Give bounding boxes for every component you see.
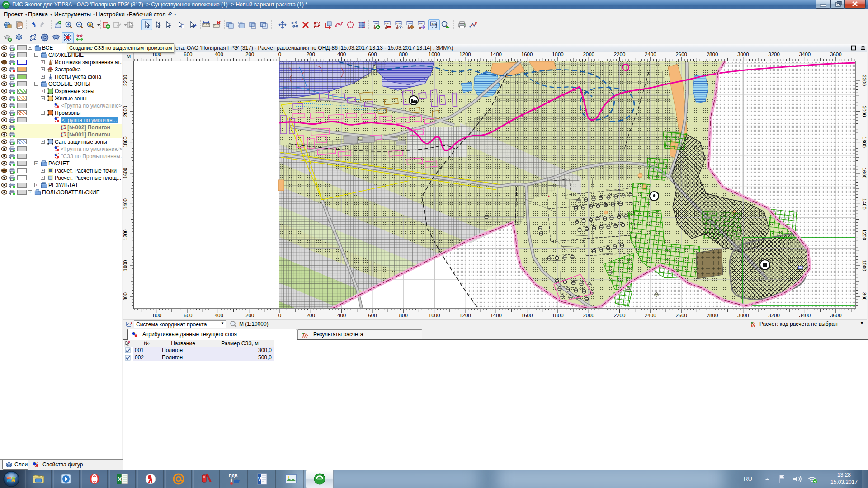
svg-text:1200: 1200 [123, 229, 128, 240]
svg-text:400: 400 [337, 313, 346, 318]
svg-text:3400: 3400 [799, 313, 811, 318]
svg-text:200: 200 [307, 313, 315, 318]
svg-text:800: 800 [862, 292, 867, 300]
svg-text:1000: 1000 [862, 260, 867, 271]
svg-text:-200: -200 [244, 52, 254, 57]
svg-text:3600: 3600 [830, 52, 842, 57]
svg-text:-400: -400 [213, 52, 223, 57]
svg-text:2200: 2200 [862, 75, 867, 86]
svg-text:2000: 2000 [123, 106, 128, 117]
svg-text:2800: 2800 [707, 313, 718, 318]
svg-text:1200: 1200 [459, 52, 471, 57]
svg-text:1200: 1200 [459, 313, 471, 318]
svg-text:3000: 3000 [737, 313, 749, 318]
svg-text:1400: 1400 [123, 198, 128, 209]
svg-text:-800: -800 [151, 313, 161, 318]
svg-text:1200: 1200 [862, 229, 867, 240]
svg-text:3400: 3400 [799, 52, 811, 57]
svg-text:М: М [127, 54, 131, 59]
svg-text:1400: 1400 [490, 52, 502, 57]
svg-text:2800: 2800 [707, 52, 718, 57]
svg-text:ЬХС: ЬХС [408, 22, 413, 25]
svg-text:-400: -400 [213, 313, 223, 318]
svg-text:3200: 3200 [768, 313, 780, 318]
svg-text:600: 600 [368, 52, 377, 57]
svg-text:800: 800 [123, 292, 128, 300]
svg-text:2200: 2200 [614, 313, 626, 318]
svg-text:ЬХС: ЬХС [419, 22, 425, 25]
svg-text:1800: 1800 [862, 136, 867, 147]
svg-text:2400: 2400 [645, 313, 656, 318]
svg-text:ЬХС: ЬХС [396, 22, 402, 25]
svg-text:-200: -200 [244, 313, 254, 318]
svg-text:0: 0 [278, 313, 281, 318]
svg-text:2600: 2600 [675, 313, 687, 318]
svg-text:X: X [118, 476, 122, 483]
svg-text:1400: 1400 [490, 313, 502, 318]
svg-text:800: 800 [399, 52, 408, 57]
svg-text:1800: 1800 [123, 136, 128, 147]
svg-text:ЬХС: ЬХС [385, 22, 391, 25]
svg-text:2000: 2000 [862, 106, 867, 117]
svg-text:2400: 2400 [645, 52, 656, 57]
svg-text:2200: 2200 [614, 52, 626, 57]
svg-text:1800: 1800 [552, 313, 564, 318]
svg-text:ПДВ: ПДВ [229, 474, 238, 478]
svg-text:3600: 3600 [830, 313, 842, 318]
svg-text:1000: 1000 [429, 313, 440, 318]
svg-text:1400: 1400 [862, 198, 867, 209]
svg-text:1000: 1000 [123, 260, 128, 271]
svg-text:3000: 3000 [737, 52, 749, 57]
svg-text:1600: 1600 [123, 168, 128, 178]
svg-text:600: 600 [368, 313, 377, 318]
svg-text:1600: 1600 [862, 168, 867, 178]
svg-text:0: 0 [278, 52, 281, 57]
svg-text:2000: 2000 [583, 52, 594, 57]
svg-text:ЬХС: ЬХС [374, 22, 379, 25]
svg-text:-600: -600 [182, 313, 192, 318]
svg-text:1000: 1000 [429, 52, 440, 57]
svg-text:3200: 3200 [768, 52, 780, 57]
svg-text:1600: 1600 [521, 52, 533, 57]
svg-text:200: 200 [307, 52, 315, 57]
svg-text:2000: 2000 [583, 313, 594, 318]
svg-text:1800: 1800 [552, 52, 564, 57]
svg-text:2600: 2600 [675, 52, 687, 57]
svg-text:-600: -600 [182, 52, 192, 57]
svg-text:400: 400 [337, 52, 346, 57]
svg-text:2200: 2200 [123, 75, 128, 86]
svg-text:1600: 1600 [521, 313, 533, 318]
svg-text:800: 800 [399, 313, 408, 318]
